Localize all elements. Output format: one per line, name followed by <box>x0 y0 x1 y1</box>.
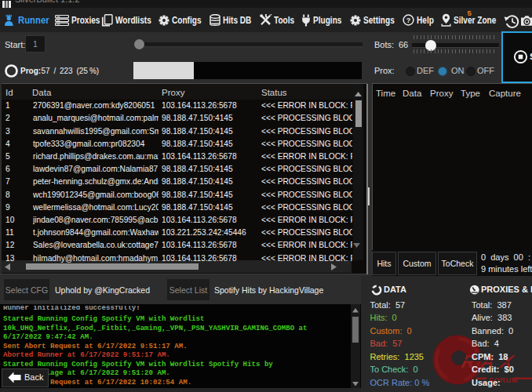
svg-text:?: ? <box>406 16 411 24</box>
